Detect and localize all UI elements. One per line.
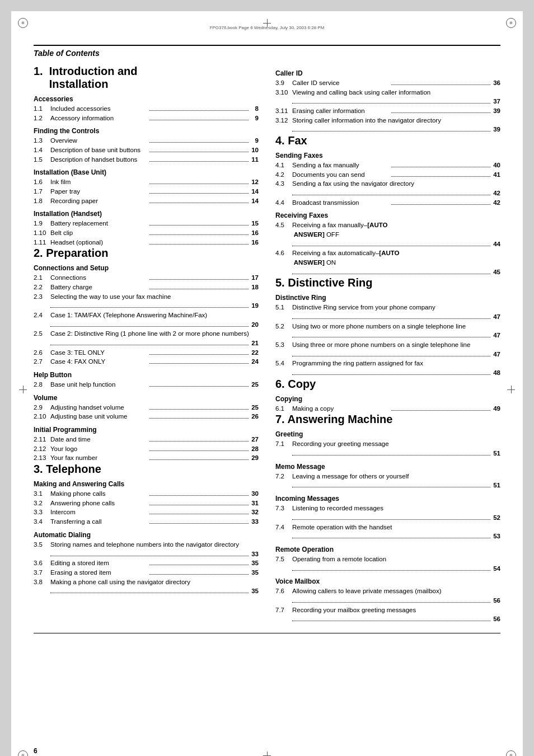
toc-1-1: 1.1 Included accessories 8 <box>34 104 259 114</box>
toc-4-1: 4.1 Sending a fax manually 40 <box>275 161 500 170</box>
toc-2-8: 2.8 Base unit help function 25 <box>34 380 259 389</box>
toc-3-6: 3.6 Editing a stored item 35 <box>34 558 259 568</box>
subsection-greeting-title: Greeting <box>275 430 500 438</box>
subsection-memo-message-title: Memo Message <box>275 463 500 471</box>
corner-mark-bl: ⊕ <box>18 750 28 756</box>
caller-id-section: Caller ID 3.9 Caller ID service 36 3.10 … <box>275 69 500 134</box>
subsection-installation-handset-title: Installation (Handset) <box>34 210 259 218</box>
section-3: 3. Telephone Making and Answering Calls … <box>34 463 259 596</box>
section-4-title: 4. Fax <box>275 134 500 147</box>
toc-5-2: 5.2 Using two or more phone numbers on a… <box>275 322 500 340</box>
toc-1-8: 1.8 Recording paper 14 <box>34 196 259 206</box>
toc-2-10: 2.10 Adjusting base unit volume 26 <box>34 412 259 421</box>
toc-3-1: 3.1 Making phone calls 30 <box>34 489 259 499</box>
toc-5-1: 5.1 Distinctive Ring service from your p… <box>275 303 500 321</box>
subsection-initial-programming-title: Initial Programming <box>34 426 259 434</box>
subsection-sending-faxes-title: Sending Faxes <box>275 152 500 159</box>
toc-2-13: 2.13 Your fax number 29 <box>34 453 259 463</box>
toc-2-12: 2.12 Your logo 28 <box>34 444 259 454</box>
toc-1-11: 1.11 Headset (optional) 16 <box>34 238 259 247</box>
section-2-title: 2. Preparation <box>34 247 259 260</box>
toc-1-9: 1.9 Battery replacement 15 <box>34 219 259 228</box>
subsection-installation-base-title: Installation (Base Unit) <box>34 168 259 176</box>
cross-mark-right <box>507 386 515 393</box>
subsection-volume-title: Volume <box>34 394 259 402</box>
toc-2-5: 2.5 Case 2: Distinctive Ring (1 phone li… <box>34 329 259 348</box>
toc-3-4: 3.4 Transferring a call 33 <box>34 517 259 527</box>
subsection-incoming-messages-title: Incoming Messages <box>275 495 500 503</box>
file-info: FPG376.book Page 6 Wednesday, July 30, 2… <box>210 25 325 30</box>
toc-2-1: 2.1 Connections 17 <box>34 273 259 283</box>
subsection-copying-title: Copying <box>275 395 500 403</box>
toc-1-5: 1.5 Description of handset buttons 11 <box>34 155 259 165</box>
toc-1-2: 1.2 Accessory information 9 <box>34 114 259 123</box>
subsection-finding-controls-title: Finding the Controls <box>34 127 259 135</box>
toc-7-1: 7.1 Recording your greeting message 51 <box>275 439 500 458</box>
toc-5-3: 5.3 Using three or more phone numbers on… <box>275 340 500 359</box>
subsection-help-button-title: Help Button <box>34 371 259 379</box>
toc-3-9: 3.9 Caller ID service 36 <box>275 78 500 88</box>
section-7: 7. Answering Machine Greeting 7.1 Record… <box>275 413 500 623</box>
subsection-remote-operation-title: Remote Operation <box>275 546 500 553</box>
toc-3-5: 3.5 Storing names and telephone numbers … <box>34 540 259 558</box>
toc-5-4: 5.4 Programming the ring pattern assigne… <box>275 359 500 377</box>
toc-7-4: 7.4 Remote operation with the handset 53 <box>275 523 500 541</box>
corner-mark-tl: ⊕ <box>18 18 28 28</box>
toc-7-7: 7.7 Recording your mailbox greeting mess… <box>275 605 500 624</box>
page-number: 6 <box>34 747 38 755</box>
caller-id-title: Caller ID <box>275 69 500 77</box>
toc-1-7: 1.7 Paper tray 14 <box>34 187 259 196</box>
toc-3-10: 3.10 Viewing and calling back using call… <box>275 88 500 106</box>
subsection-automatic-dialing-title: Automatic Dialing <box>34 531 259 539</box>
section-1: 1. Introduction and Installation Accesso… <box>34 65 259 247</box>
toc-1-3: 1.3 Overview 9 <box>34 136 259 145</box>
section-5-title: 5. Distinctive Ring <box>275 276 500 289</box>
toc-3-8: 3.8 Making a phone call using the naviga… <box>34 577 259 596</box>
content-area: 1. Introduction and Installation Accesso… <box>34 65 500 624</box>
section-7-title: 7. Answering Machine <box>275 413 500 426</box>
toc-1-4: 1.4 Description of base unit buttons 10 <box>34 145 259 155</box>
corner-mark-br: ⊕ <box>506 750 516 756</box>
toc-7-5: 7.5 Operating from a remote location 54 <box>275 555 500 573</box>
toc-4-2: 4.2 Documents you can send 41 <box>275 170 500 180</box>
toc-4-5: 4.5 Receiving a fax manually–[AUTO ANSWE… <box>275 220 500 248</box>
subsection-voice-mailbox-title: Voice Mailbox <box>275 577 500 585</box>
toc-2-3: 2.3 Selecting the way to use your fax ma… <box>34 292 259 311</box>
subsection-making-answering-title: Making and Answering Calls <box>34 480 259 488</box>
section-1-title: 1. Introduction and Installation <box>34 65 259 91</box>
section-6: 6. Copy Copying 6.1 Making a copy 49 <box>275 378 500 414</box>
subsection-accessories-title: Accessories <box>34 95 259 103</box>
section-2: 2. Preparation Connections and Setup 2.1… <box>34 247 259 463</box>
toc-3-2: 3.2 Answering phone calls 31 <box>34 499 259 508</box>
page: ⊕ ⊕ ⊕ ⊕ FPG376.book Page 6 Wednesday, Ju… <box>11 11 523 756</box>
toc-4-4: 4.4 Broadcast transmission 42 <box>275 198 500 208</box>
left-column: 1. Introduction and Installation Accesso… <box>34 65 259 624</box>
section-3-title: 3. Telephone <box>34 463 259 476</box>
toc-7-3: 7.3 Listening to recorded messages 52 <box>275 504 500 522</box>
toc-2-4: 2.4 Case 1: TAM/FAX (Telephone Answering… <box>34 311 259 329</box>
section-4: 4. Fax Sending Faxes 4.1 Sending a fax m… <box>275 134 500 276</box>
corner-mark-tr: ⊕ <box>506 18 516 28</box>
cross-mark-bottom <box>263 752 271 756</box>
section-6-title: 6. Copy <box>275 378 500 391</box>
page-header: Table of Contents <box>34 45 500 58</box>
toc-7-2: 7.2 Leaving a message for others or your… <box>275 472 500 490</box>
toc-1-6: 1.6 Ink film 12 <box>34 177 259 187</box>
toc-3-3: 3.3 Intercom 32 <box>34 508 259 517</box>
toc-2-9: 2.9 Adjusting handset volume 25 <box>34 403 259 412</box>
cross-mark-left <box>19 386 27 393</box>
toc-2-11: 2.11 Date and time 27 <box>34 435 259 444</box>
subsection-receiving-faxes-title: Receiving Faxes <box>275 212 500 219</box>
page-title: Table of Contents <box>34 49 100 58</box>
toc-3-7: 3.7 Erasing a stored item 35 <box>34 568 259 577</box>
subsection-distinctive-ring-title: Distinctive Ring <box>275 294 500 302</box>
toc-2-2: 2.2 Battery charge 18 <box>34 283 259 292</box>
toc-6-1: 6.1 Making a copy 49 <box>275 404 500 414</box>
toc-4-3: 4.3 Sending a fax using the navigator di… <box>275 179 500 198</box>
subsection-connections-title: Connections and Setup <box>34 264 259 272</box>
section-5: 5. Distinctive Ring Distinctive Ring 5.1… <box>275 276 500 377</box>
toc-2-7: 2.7 Case 4: FAX ONLY 24 <box>34 357 259 367</box>
right-column: Caller ID 3.9 Caller ID service 36 3.10 … <box>275 65 500 624</box>
toc-4-6: 4.6 Receiving a fax automatically–[AUTO … <box>275 248 500 276</box>
toc-3-11: 3.11 Erasing caller information 39 <box>275 106 500 116</box>
